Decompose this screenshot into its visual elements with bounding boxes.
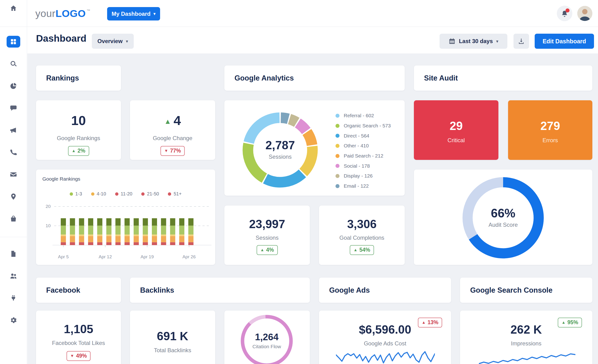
legend-dot <box>335 144 340 148</box>
arrow-up-icon: ▲ <box>354 248 358 252</box>
stat-value-number: 4 <box>174 113 181 128</box>
legend-dot <box>335 124 340 128</box>
section-title-backlinks: Backlinks <box>130 278 310 303</box>
stat-value: 23,997 <box>224 217 310 231</box>
sidebar-item-users[interactable] <box>7 270 20 282</box>
donut-center-text: 2,787 Sessions <box>265 139 295 160</box>
user-avatar[interactable] <box>577 6 592 21</box>
bar <box>179 218 184 245</box>
delta-value: 4% <box>266 247 274 253</box>
logo-main: LOGO <box>56 8 86 19</box>
bar <box>88 218 93 245</box>
tile-critical-issues: 29 Critical <box>414 100 498 160</box>
my-dashboard-menu-button[interactable]: My Dashboard ▾ <box>107 7 160 20</box>
sidebar-item-gear[interactable] <box>7 314 20 326</box>
donut-segment-email <box>281 118 288 119</box>
audit-score-label: Audit Score <box>489 222 518 228</box>
arrow-up-icon: ▲ <box>72 149 75 153</box>
section-label: Google Ads <box>329 286 370 295</box>
edit-dashboard-label: Edit Dashboard <box>543 38 586 45</box>
arrow-up-icon: ▲ <box>260 248 264 252</box>
sidebar-item-shopping-bag[interactable] <box>7 213 20 225</box>
sidebar-item-phone[interactable] <box>7 146 20 158</box>
section-title-facebook: Facebook <box>36 278 121 303</box>
donut-segment-direct <box>266 173 303 182</box>
bar <box>188 218 193 245</box>
sidebar-item-grid[interactable] <box>7 36 20 48</box>
stat-label: Facebook Total Likes <box>36 340 121 346</box>
sidebar-item-location-pin[interactable] <box>7 191 20 202</box>
gear-icon <box>10 316 17 324</box>
arrow-down-icon: ▼ <box>164 149 168 153</box>
donut-segment-social <box>298 123 306 131</box>
bar <box>70 218 75 245</box>
download-report-button[interactable] <box>514 34 529 49</box>
legend-item: Social - 178 <box>335 161 391 171</box>
notification-unread-dot <box>565 8 570 12</box>
bar <box>161 218 166 245</box>
bar <box>61 218 66 245</box>
avatar-placeholder-icon <box>577 6 592 21</box>
logo-prefix: your <box>35 8 56 19</box>
stat-value: 3,306 <box>319 217 405 231</box>
legend-label: Email - 122 <box>344 183 369 189</box>
date-range-dropdown[interactable]: Last 30 days ▾ <box>440 34 507 49</box>
phone-icon <box>10 149 17 156</box>
plug-icon <box>10 294 17 302</box>
legend-label: Display - 126 <box>344 173 373 179</box>
section-label: Backlinks <box>140 286 174 295</box>
delta-badge: ▲ 54% <box>350 245 374 255</box>
stat-value: 10 <box>36 113 121 128</box>
date-range-label: Last 30 days <box>459 38 493 44</box>
bar <box>97 218 102 245</box>
legend-label: Paid Search - 212 <box>344 153 383 159</box>
sidebar <box>0 0 27 364</box>
sidebar-item-megaphone[interactable] <box>7 124 20 136</box>
stat-value: 262 K <box>460 323 592 336</box>
chevron-down-icon: ▾ <box>126 39 128 43</box>
edit-dashboard-button[interactable]: Edit Dashboard <box>535 34 594 49</box>
users-icon <box>10 272 17 280</box>
gsc-impressions-sparkline <box>479 351 575 364</box>
bar <box>115 218 121 245</box>
stat-label: Impressions <box>460 340 592 347</box>
ads-cost-sparkline <box>336 348 435 364</box>
sessions-total: 2,787 <box>265 139 295 152</box>
page-title: Dashboard <box>36 33 86 44</box>
logo-trademark: ™ <box>86 9 91 13</box>
sidebar-item-document[interactable] <box>7 248 20 260</box>
google-rankings-chart-card: Google Rankings 1-34-1011-2021-5051+ 20 … <box>36 170 215 265</box>
bar <box>143 218 148 245</box>
section-title-google-analytics: Google Analytics <box>224 66 405 91</box>
my-dashboard-label: My Dashboard <box>112 11 150 17</box>
delta-value: 2% <box>77 148 85 154</box>
delta-badge: ▲ 2% <box>68 146 89 156</box>
notifications-button[interactable] <box>557 6 572 21</box>
stat-label: Total Backlinks <box>130 347 215 354</box>
sidebar-item-home[interactable] <box>7 2 20 14</box>
sidebar-item-pie-chart[interactable] <box>7 80 20 92</box>
errors-label: Errors <box>508 137 592 144</box>
section-title-google-ads: Google Ads <box>319 278 451 303</box>
sidebar-item-mail[interactable] <box>7 169 20 180</box>
sidebar-top <box>0 0 27 27</box>
critical-count: 29 <box>414 119 498 133</box>
stat-label: Google Rankings <box>36 135 121 141</box>
citation-flow-card: 1,264 Citation Flow <box>224 311 310 364</box>
view-selector-dropdown[interactable]: Overview ▾ <box>92 34 134 49</box>
x-axis-tick: Apr 5 <box>58 254 68 259</box>
download-icon <box>518 38 525 45</box>
mail-icon <box>10 171 17 178</box>
delta-badge: ▼ 49% <box>66 351 91 361</box>
sidebar-item-chat[interactable] <box>7 102 20 114</box>
critical-label: Critical <box>414 137 498 144</box>
legend-label: Organic Search - 573 <box>344 123 391 129</box>
sidebar-item-plug[interactable] <box>7 292 20 304</box>
sidebar-item-search[interactable] <box>7 58 20 70</box>
audit-score-value: 66% <box>489 206 518 220</box>
search-icon <box>10 60 17 67</box>
ring-center-text: 1,264 Citation Flow <box>252 332 281 349</box>
ring-highlight <box>250 317 265 323</box>
legend-dot <box>335 134 340 138</box>
section-label: Rankings <box>46 74 79 83</box>
